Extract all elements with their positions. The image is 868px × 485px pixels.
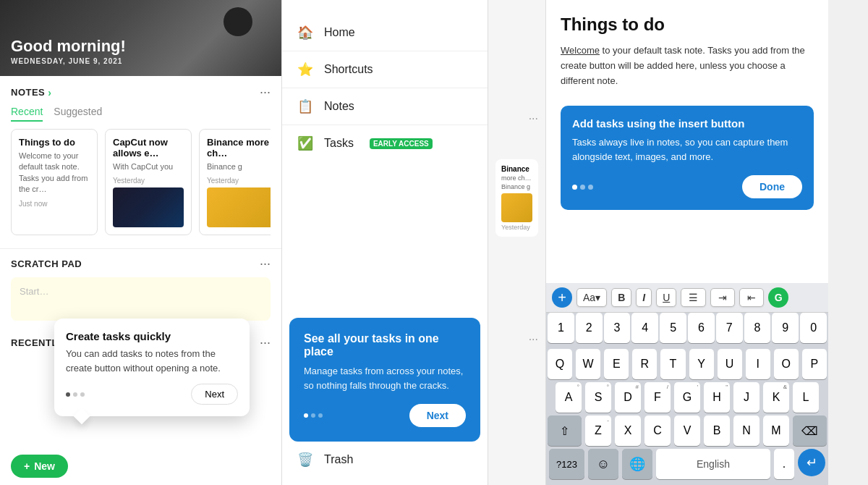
keyboard-toolbar: + Aa▾ B I U ☰ ⇥ ⇤ G bbox=[546, 283, 828, 313]
key-q[interactable]: Q bbox=[548, 349, 572, 379]
key-2[interactable]: 2 bbox=[576, 313, 603, 343]
note-detail-content: Things to do Welcome to your default tas… bbox=[546, 0, 828, 106]
keyboard-italic[interactable]: I bbox=[636, 288, 652, 307]
sidebar-item-trash[interactable]: 🗑️ Trash bbox=[282, 442, 488, 478]
key-a[interactable]: A° bbox=[556, 382, 582, 413]
key-emoji[interactable]: ☺ bbox=[588, 449, 618, 479]
tab-recent[interactable]: Recent bbox=[11, 106, 43, 122]
panel3-card-date: Yesterday bbox=[501, 224, 532, 231]
key-w[interactable]: W bbox=[576, 349, 600, 379]
task-popup-body: Manage tasks from across your notes, so … bbox=[304, 364, 466, 392]
sidebar-item-tasks[interactable]: ✅ Tasks EARLY ACCESS bbox=[282, 125, 488, 161]
key-x[interactable]: X bbox=[615, 416, 641, 446]
task-dot-2 bbox=[311, 413, 315, 418]
recently-more-menu[interactable]: ··· bbox=[260, 335, 271, 350]
key-space[interactable]: English bbox=[656, 449, 770, 479]
hero-banner: Good morning! WEDNESDAY, JUNE 9, 2021 bbox=[0, 0, 281, 76]
card-dot-2 bbox=[580, 185, 585, 190]
key-f[interactable]: F/ bbox=[644, 382, 671, 413]
key-backspace[interactable]: ⌫ bbox=[793, 416, 827, 446]
key-8[interactable]: 8 bbox=[744, 313, 771, 343]
key-0[interactable]: 0 bbox=[800, 313, 827, 343]
keyboard: + Aa▾ B I U ☰ ⇥ ⇤ G 1 2 3 4 5 6 7 8 9 0 … bbox=[546, 283, 828, 485]
panel3-card-sub: Binance g bbox=[501, 183, 532, 190]
done-button[interactable]: Done bbox=[742, 175, 802, 198]
key-v[interactable]: V bbox=[674, 416, 700, 446]
key-numbers-switch[interactable]: ?123 bbox=[549, 449, 584, 479]
key-m[interactable]: M bbox=[763, 416, 789, 446]
note-cards-row: Things to do Welcome to your default tas… bbox=[11, 129, 271, 235]
key-9[interactable]: 9 bbox=[772, 313, 799, 343]
notes-more-menu[interactable]: ··· bbox=[260, 85, 271, 100]
key-t[interactable]: T bbox=[660, 349, 685, 379]
key-u[interactable]: U bbox=[718, 349, 742, 379]
key-o[interactable]: O bbox=[774, 349, 799, 379]
key-g[interactable]: G' bbox=[674, 382, 700, 413]
hero-greeting: Good morning! bbox=[11, 37, 126, 56]
sidebar-item-home[interactable]: 🏠 Home bbox=[282, 14, 488, 51]
key-r[interactable]: R bbox=[632, 349, 657, 379]
key-1[interactable]: 1 bbox=[548, 313, 574, 343]
key-k[interactable]: K& bbox=[763, 382, 789, 413]
key-e[interactable]: E bbox=[604, 349, 629, 379]
keyboard-list[interactable]: ☰ bbox=[681, 288, 706, 307]
key-s[interactable]: S° bbox=[585, 382, 611, 413]
task-popup-title: See all your tasks in one place bbox=[304, 332, 466, 358]
dot-2 bbox=[73, 392, 77, 397]
task-card-title: Add tasks using the insert button bbox=[572, 117, 802, 130]
key-period[interactable]: . bbox=[774, 449, 794, 479]
keyboard-outdent[interactable]: ⇤ bbox=[739, 288, 764, 307]
keyboard-bold[interactable]: B bbox=[611, 288, 631, 307]
notes-arrow-icon[interactable]: › bbox=[48, 87, 51, 98]
task-dot-3 bbox=[318, 413, 323, 418]
notes-icon: 📋 bbox=[297, 98, 314, 114]
task-popup: See all your tasks in one place Manage t… bbox=[289, 318, 480, 442]
panel3-more-dots[interactable]: ··· bbox=[529, 112, 538, 125]
card-body: Welcome to your default task note. Tasks… bbox=[19, 151, 90, 195]
scratch-header: SCRATCH PAD ··· bbox=[11, 256, 271, 271]
note-card-binance[interactable]: Binance more ch… Binance g Yesterday bbox=[199, 129, 271, 235]
sidebar-item-notes[interactable]: 📋 Notes bbox=[282, 88, 488, 125]
task-next-button[interactable]: Next bbox=[409, 404, 466, 427]
key-shift[interactable]: ⇧ bbox=[548, 416, 582, 446]
keyboard-font-size[interactable]: Aa▾ bbox=[576, 288, 607, 307]
key-7[interactable]: 7 bbox=[716, 313, 743, 343]
panel3-note-card[interactable]: Binance more ch… Binance g Yesterday bbox=[495, 159, 538, 237]
panel3-card-title: Binance bbox=[501, 165, 532, 173]
tooltip-next-button[interactable]: Next bbox=[191, 384, 238, 405]
note-welcome-link[interactable]: Welcome bbox=[561, 45, 600, 56]
key-d[interactable]: D# bbox=[615, 382, 641, 413]
keyboard-underline[interactable]: U bbox=[656, 288, 676, 307]
key-4[interactable]: 4 bbox=[631, 313, 658, 343]
note-card-todo[interactable]: Things to do Welcome to your default tas… bbox=[11, 129, 98, 235]
keyboard-add-button[interactable]: + bbox=[552, 287, 572, 308]
key-p[interactable]: P bbox=[802, 349, 827, 379]
scratch-more-menu[interactable]: ··· bbox=[260, 256, 271, 271]
task-popup-footer: Next bbox=[304, 404, 466, 427]
key-n[interactable]: N bbox=[733, 416, 760, 446]
tab-suggested[interactable]: Suggested bbox=[54, 106, 102, 122]
key-globe[interactable]: 🌐 bbox=[622, 449, 652, 479]
key-b[interactable]: B bbox=[704, 416, 730, 446]
key-c[interactable]: C bbox=[644, 416, 671, 446]
sidebar-item-shortcuts[interactable]: ⭐ Shortcuts bbox=[282, 51, 488, 88]
card-dot-1 bbox=[572, 185, 577, 190]
note-card-capcut[interactable]: CapCut now allows e… With CapCut you Yes… bbox=[105, 129, 192, 235]
keyboard-indent[interactable]: ⇥ bbox=[710, 288, 735, 307]
key-return[interactable]: ↵ bbox=[798, 449, 825, 476]
key-i[interactable]: I bbox=[746, 349, 770, 379]
key-6[interactable]: 6 bbox=[688, 313, 715, 343]
key-l[interactable]: L bbox=[793, 382, 819, 413]
key-5[interactable]: 5 bbox=[660, 313, 686, 343]
note-detail-intro: Welcome to your default task note. Tasks… bbox=[561, 43, 814, 88]
key-h[interactable]: H" bbox=[704, 382, 730, 413]
grammar-checker[interactable]: G bbox=[768, 287, 788, 308]
key-3[interactable]: 3 bbox=[604, 313, 631, 343]
scratch-pad-content[interactable]: Start… bbox=[11, 277, 271, 321]
key-j[interactable]: J bbox=[733, 382, 760, 413]
panel3-card-image bbox=[501, 193, 532, 222]
key-y[interactable]: Y bbox=[689, 349, 714, 379]
new-button[interactable]: + New bbox=[11, 455, 68, 478]
panel3-more-dots2[interactable]: ··· bbox=[529, 333, 538, 346]
key-z[interactable]: Z- bbox=[585, 416, 611, 446]
